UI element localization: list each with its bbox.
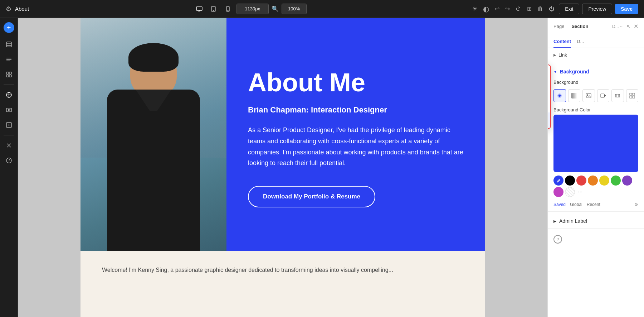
svg-rect-31 (615, 94, 620, 97)
link-label: Link (558, 52, 567, 58)
svg-rect-13 (6, 72, 9, 74)
sidebar-icon-elements[interactable] (3, 68, 15, 81)
svg-rect-35 (633, 93, 635, 95)
dropdown-item-phone[interactable]: Phone (547, 97, 550, 112)
svg-rect-0 (196, 7, 202, 10)
rp-cursor-icon[interactable]: ↖ (626, 24, 631, 29)
below-hero-section: Welcome! I'm Kenny Sing, a passionate gr… (80, 251, 485, 317)
device-tablet-btn[interactable] (208, 3, 219, 15)
hero-title: About Me (248, 68, 463, 97)
main-layout: + (0, 18, 644, 317)
bg-type-video-btn[interactable] (597, 89, 610, 102)
exit-button[interactable]: Exit (559, 4, 579, 14)
color-green[interactable] (611, 176, 621, 186)
bg-type-image-btn[interactable] (582, 89, 595, 102)
zoom-icon: 🔍 (272, 5, 279, 12)
color-tab-gear-icon[interactable]: ⚙ (634, 202, 638, 207)
sidebar-icon-help[interactable] (3, 154, 15, 167)
svg-rect-36 (630, 96, 632, 98)
rp-section-label: Section (571, 24, 588, 29)
left-sidebar: + (0, 18, 18, 317)
svg-point-25 (558, 95, 561, 97)
bg-type-pattern-btn[interactable] (626, 89, 639, 102)
layout-icon[interactable]: ⊞ (526, 4, 533, 14)
dropdown-item-tablet[interactable]: Tablet (547, 81, 550, 97)
width-input[interactable]: 1130px (236, 4, 269, 14)
redo-icon[interactable]: ↪ (504, 4, 511, 14)
bg-label: Background (548, 77, 644, 87)
help-icon[interactable]: ? (553, 235, 562, 244)
rp-tab-row: Content D... (548, 35, 644, 48)
svg-rect-29 (601, 94, 604, 97)
right-panel: Page Section D... ··· ↖ ✕ Content D... ▶… (547, 18, 644, 317)
add-element-button[interactable]: + (4, 22, 14, 33)
gear-icon[interactable]: ⚙ (6, 5, 11, 13)
sidebar-icon-media[interactable] (3, 104, 15, 116)
sidebar-icon-pages[interactable] (3, 53, 15, 66)
device-dropdown: Desktop Tablet Phone ✓ ↖ Hover (547, 64, 551, 129)
bg-color-swatch-large[interactable] (553, 115, 638, 172)
close-icon[interactable]: ✕ (634, 23, 638, 30)
preview-button[interactable]: Preview (582, 4, 612, 14)
zoom-input[interactable]: 100% (282, 4, 307, 14)
bg-collapse-arrow[interactable]: ▼ (553, 70, 557, 74)
sidebar-icon-layers[interactable] (3, 38, 15, 51)
svg-rect-27 (586, 93, 591, 98)
sidebar-icon-tools[interactable] (3, 139, 15, 152)
rp-expand-btn[interactable]: D... ··· (612, 24, 624, 29)
sidebar-icon-nav[interactable] (3, 88, 15, 101)
canvas-area: About Me Brian Chapman: Interaction Desi… (18, 18, 547, 317)
svg-rect-7 (6, 42, 11, 47)
undo-icon[interactable]: ↩ (493, 4, 501, 14)
color-black[interactable] (565, 176, 575, 186)
history-icon[interactable]: ⏱ (514, 4, 523, 14)
rp-header: Page Section D... ··· ↖ ✕ (548, 18, 644, 35)
svg-rect-15 (6, 75, 9, 77)
color-red[interactable] (576, 176, 586, 186)
color-pencil-button[interactable] (553, 176, 564, 186)
color-tab-recent[interactable]: Recent (587, 202, 600, 207)
dropdown-item-desktop[interactable]: Desktop (547, 65, 550, 81)
toggle-icon[interactable]: ◐ (482, 3, 491, 15)
bg-type-color-btn[interactable] (553, 89, 566, 102)
background-section-title: Background (560, 69, 589, 75)
device-desktop-btn[interactable] (194, 3, 205, 15)
dropdown-item-hover[interactable]: ✓ ↖ Hover (547, 112, 550, 128)
power-icon[interactable]: ⏻ (547, 4, 556, 14)
svg-line-38 (557, 182, 557, 182)
link-arrow-icon: ▶ (553, 53, 556, 57)
bg-type-row (548, 87, 644, 104)
color-yellow[interactable] (599, 176, 609, 186)
color-purple[interactable] (622, 176, 632, 186)
color-more-dots[interactable]: ··· (576, 189, 584, 195)
hero-cta-button[interactable]: Download My Portfolio & Resume (248, 186, 375, 207)
bg-type-slideshow-btn[interactable] (611, 89, 624, 102)
bg-type-gradient-btn[interactable] (568, 89, 581, 102)
color-magenta[interactable] (553, 187, 564, 197)
sidebar-icon-app[interactable] (3, 119, 15, 131)
sun-icon[interactable]: ☀ (471, 4, 479, 14)
svg-rect-14 (9, 72, 11, 74)
tab-content[interactable]: Content (553, 39, 571, 48)
color-tabs: Saved Global Recent ⚙ (548, 201, 644, 210)
hero-body: As a Senior Product Designer, I've had t… (248, 125, 463, 168)
hero-image-column (80, 18, 226, 251)
color-pattern[interactable] (565, 187, 575, 197)
svg-rect-37 (633, 96, 635, 98)
hero-subtitle: Brian Chapman: Interaction Designer (248, 105, 463, 115)
below-hero-text: Welcome! I'm Kenny Sing, a passionate gr… (102, 265, 463, 275)
hero-section: About Me Brian Chapman: Interaction Desi… (80, 18, 485, 251)
color-tab-saved[interactable]: Saved (553, 202, 566, 207)
svg-marker-30 (604, 95, 606, 97)
background-section-header: ▼ Background (548, 64, 644, 77)
color-orange[interactable] (588, 176, 598, 186)
delete-icon[interactable]: 🗑 (536, 4, 545, 14)
tab-design[interactable]: D... (577, 39, 584, 48)
device-phone-btn[interactable] (222, 3, 234, 15)
admin-label-text: Admin Label (559, 218, 587, 224)
top-bar-right: ☀ ◐ ↩ ↪ ⏱ ⊞ 🗑 ⏻ Exit Preview Save (471, 3, 638, 15)
color-tab-global[interactable]: Global (570, 202, 582, 207)
divider-1 (548, 62, 644, 62)
svg-rect-26 (571, 93, 577, 99)
save-button[interactable]: Save (615, 4, 638, 14)
